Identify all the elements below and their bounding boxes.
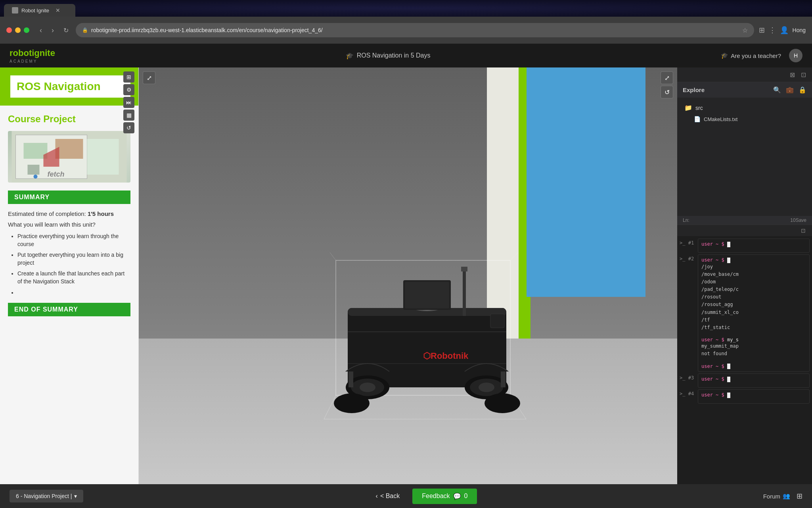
terminal-id-3: >_ #3	[680, 373, 695, 381]
course-title-header: ROS Navigation in 5 Days	[357, 52, 431, 59]
forum-label: Forum	[763, 493, 780, 500]
close-window-button[interactable]	[6, 27, 12, 33]
terminal-cursor-2c	[727, 364, 730, 369]
viewer-controls-tr: ⤢ ↺	[661, 71, 673, 98]
header-center: 🎓 ROS Navigation in 5 Days	[346, 52, 431, 60]
explore-panel: Explore 🔍 💼 🔒 📁 src 📄 CMakeLists.txt	[677, 82, 812, 225]
svg-text:fetch: fetch	[48, 170, 65, 178]
course-project-title: Course Project	[8, 114, 130, 125]
terminal-output-2b: my_summit_mapnot found	[701, 343, 806, 358]
terminal-window-4[interactable]: user ~ $	[698, 389, 810, 404]
list-item	[17, 289, 130, 297]
user-initial: H	[794, 52, 798, 59]
refresh-icon[interactable]: ↻	[61, 25, 71, 36]
robot-container: ⬡Robotnik	[316, 252, 546, 452]
skip-icon[interactable]: ⏭	[123, 97, 134, 108]
viewer-area: ⬡Robotnik	[139, 67, 677, 484]
terminal-cursor-2	[727, 258, 730, 263]
nav-dropdown-label: 6 - Navigation Project |	[16, 493, 72, 499]
folder-src[interactable]: 📁 src	[681, 102, 808, 114]
user-account-icon[interactable]: 👤	[780, 26, 789, 35]
summary-time-label: Estimated time of completion:	[8, 210, 86, 217]
explore-header: Explore 🔍 💼 🔒	[677, 82, 812, 98]
traffic-lights	[6, 27, 29, 33]
minimize-window-button[interactable]	[15, 27, 21, 33]
terminal-window-1[interactable]: user ~ $	[698, 239, 810, 253]
feedback-label: Feedback	[422, 493, 450, 500]
terminal-window-3[interactable]: user ~ $	[698, 373, 810, 388]
end-summary-bar: END OF SUMMARY	[8, 303, 130, 316]
browser-actions: ⊞ ⋮ 👤 Hong	[759, 26, 806, 35]
bookmark-icon[interactable]: ☆	[742, 27, 748, 34]
svg-rect-4	[28, 165, 40, 175]
course-title-bar: ROS Navigation	[0, 67, 138, 106]
tab-close-icon[interactable]: ✕	[56, 7, 60, 13]
viewer-refresh-icon[interactable]: ↺	[661, 86, 673, 98]
briefcase-icon[interactable]: 💼	[786, 86, 794, 94]
right-panel: ⊠ ⊡ Explore 🔍 💼 🔒 📁 src	[677, 67, 812, 484]
refresh-sidebar-icon[interactable]: ↺	[123, 122, 134, 133]
forward-nav-icon[interactable]: ›	[49, 25, 56, 36]
list-item: Practice everything you learn through th…	[17, 233, 130, 248]
tab-label: Robot Ignite	[21, 8, 49, 13]
extensions-icon[interactable]: ⊞	[759, 26, 765, 35]
teacher-button[interactable]: 🎓 Are you a teacher?	[721, 52, 781, 59]
terminals-container: >_ #1 user ~ $ >_ #2 user ~ $	[677, 236, 812, 484]
feedback-count: 0	[464, 493, 468, 500]
back-button[interactable]: ‹ < Back	[370, 489, 406, 503]
settings-icon[interactable]: ⚙	[123, 84, 134, 95]
right-panel-expand-icon[interactable]: ⊡	[798, 69, 809, 80]
forum-icon: 👥	[783, 493, 790, 500]
user-avatar[interactable]: H	[789, 49, 802, 62]
terminal-1: >_ #1 user ~ $	[680, 239, 810, 253]
terminal-window-2[interactable]: user ~ $ /joy/move_base/cm/odom/pad_tele…	[698, 254, 810, 372]
grid-icon[interactable]: ▦	[123, 110, 134, 121]
terminal-header: ⊡	[677, 225, 812, 236]
bottom-left: 6 - Navigation Project | ▾	[10, 490, 83, 502]
svg-line-10	[324, 395, 336, 419]
terminal-panel: ⊡ >_ #1 user ~ $ >_ #2	[677, 225, 812, 484]
viewer-3d: ⬡Robotnik	[139, 67, 677, 484]
maximize-window-button[interactable]	[24, 27, 29, 33]
search-icon[interactable]: 🔍	[773, 86, 781, 94]
viewer-expand-icon[interactable]: ⤢	[661, 71, 673, 84]
feedback-icon: 💬	[453, 493, 461, 500]
course-content: Course Project	[0, 106, 138, 324]
teacher-icon: 🎓	[721, 52, 728, 59]
status-ln: Ln:	[683, 217, 689, 223]
svg-rect-33	[349, 371, 353, 387]
file-label: CMakeLists.txt	[704, 116, 737, 122]
menu-icon[interactable]: ⋮	[769, 26, 776, 35]
browser-tab[interactable]: Robot Ignite ✕	[4, 4, 75, 17]
chevron-down-icon: ▾	[74, 493, 77, 499]
back-nav-icon[interactable]: ‹	[37, 25, 44, 36]
expand-icon[interactable]: ⊞	[123, 71, 134, 83]
lock-explore-icon[interactable]: 🔒	[799, 86, 806, 94]
fullscreen-icon[interactable]: ⤢	[143, 71, 155, 84]
svg-rect-39	[490, 314, 504, 328]
explore-title: Explore	[683, 87, 705, 93]
logo-text: robotignite	[10, 48, 55, 58]
list-item: Put together everything you learn into a…	[17, 251, 130, 267]
back-arrow-icon: ‹	[376, 493, 378, 500]
learn-intro: What you will learn with this unit?	[8, 221, 130, 228]
terminal-prompt-4: user ~ $	[701, 392, 724, 398]
address-bar[interactable]: 🔒 robotignite-prod.iimrzbq3zb.eu-west-1.…	[76, 23, 754, 37]
feedback-button[interactable]: Feedback 💬 0	[412, 489, 477, 504]
nav-dropdown[interactable]: 6 - Navigation Project | ▾	[10, 490, 83, 502]
terminal-close-icon[interactable]: ⊡	[799, 227, 808, 235]
terminal-id-1: >_ #1	[680, 239, 695, 246]
file-cmakelist[interactable]: 📄 CMakeLists.txt	[681, 114, 808, 124]
svg-rect-6	[87, 139, 119, 175]
terminal-prompt-2: user ~ $	[701, 257, 724, 263]
forum-button[interactable]: Forum 👥	[763, 493, 790, 500]
explore-icons: 🔍 💼 🔒	[773, 86, 806, 94]
right-panel-close-icon[interactable]: ⊠	[787, 69, 798, 80]
tab-favicon	[12, 7, 18, 13]
terminal-3: >_ #3 user ~ $	[680, 373, 810, 388]
svg-point-27	[360, 383, 375, 392]
logo-academy: ACADEMY	[10, 59, 55, 64]
grid-bottom-icon[interactable]: ⊞	[797, 492, 802, 500]
terminal-output-2: /joy/move_base/cm/odom/pad_teleop/c/roso…	[701, 263, 806, 332]
folder-icon: 📁	[684, 104, 692, 112]
